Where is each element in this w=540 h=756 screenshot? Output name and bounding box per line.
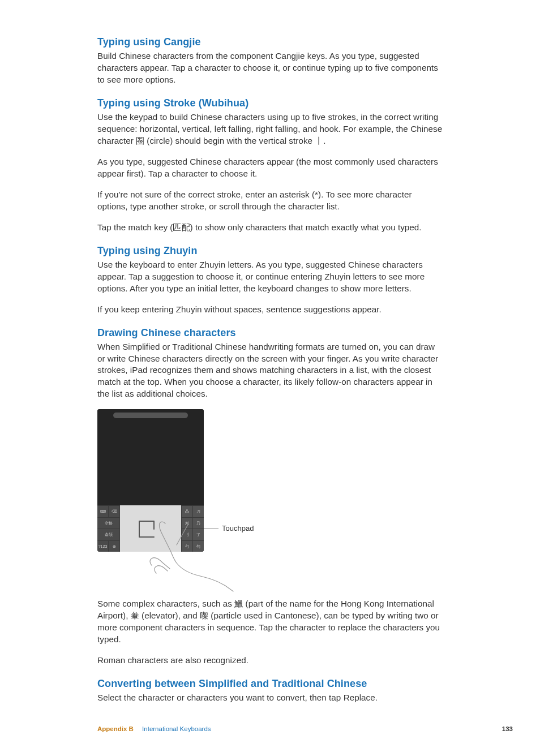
para-zhuyin-2: If you keep entering Zhuyin without spac… [97, 304, 443, 316]
key: 勺 [181, 541, 192, 552]
para-drawing-1: When Simplified or Traditional Chinese h… [97, 341, 443, 401]
key: ⌨ [97, 506, 109, 517]
para-stroke-1: Use the keypad to build Chinese characte… [97, 111, 443, 147]
para-stroke-4: Tap the match key (匹配) to show only char… [97, 222, 443, 234]
heading-zhuyin: Typing using Zhuyin [97, 245, 443, 257]
drawn-stroke-icon [136, 516, 161, 540]
key: 勾 [192, 541, 204, 552]
callout-touchpad-label: Touchpad [222, 524, 254, 532]
key: 凸 [181, 506, 192, 517]
key: ?123 [97, 541, 109, 552]
heading-cangjie: Typing using Cangjie [97, 36, 443, 48]
key: 刈 [181, 518, 192, 529]
key: 乃 [192, 518, 204, 529]
touchpad-area [120, 505, 181, 552]
para-drawing-3: Roman characters are also recognized. [97, 655, 443, 667]
key: 刀 [192, 506, 204, 517]
key: ⌫ [109, 506, 120, 517]
key: 倉頡 [97, 529, 120, 540]
para-stroke-3: If you're not sure of the correct stroke… [97, 189, 443, 213]
device-content-area [97, 409, 204, 505]
device-searchbar [113, 413, 188, 418]
page-footer: Appendix B International Keyboards 133 [97, 725, 513, 732]
footer-title: International Keyboards [142, 725, 211, 732]
heading-stroke: Typing using Stroke (Wubihua) [97, 97, 443, 109]
key: ⊕ [109, 541, 120, 552]
key: 了 [192, 529, 204, 540]
para-converting-1: Select the character or characters you w… [97, 692, 443, 704]
callout-line [204, 529, 218, 529]
device-screenshot: ⌨⌫ 空格 倉頡 ?123⊕ 凸刀 刈乃 刂了 勺勾 [97, 409, 204, 552]
keypad-left: ⌨⌫ 空格 倉頡 ?123⊕ [97, 505, 120, 552]
footer-appendix: Appendix B [97, 725, 134, 732]
device-keyboard: ⌨⌫ 空格 倉頡 ?123⊕ 凸刀 刈乃 刂了 勺勾 [97, 505, 204, 552]
key: 刂 [181, 529, 192, 540]
heading-converting: Converting between Simplified and Tradit… [97, 678, 443, 690]
heading-drawing: Drawing Chinese characters [97, 327, 443, 339]
key: 空格 [97, 518, 120, 529]
para-drawing-2: Some complex characters, such as 鱲 (part… [97, 598, 443, 646]
figure-handwriting: ⌨⌫ 空格 倉頡 ?123⊕ 凸刀 刈乃 刂了 勺勾 To [97, 409, 222, 585]
para-stroke-2: As you type, suggested Chinese character… [97, 156, 443, 180]
para-zhuyin-1: Use the keyboard to enter Zhuyin letters… [97, 259, 443, 295]
keypad-right: 凸刀 刈乃 刂了 勺勾 [181, 505, 204, 552]
para-cangjie-1: Build Chinese characters from the compon… [97, 50, 443, 86]
footer-page-number: 133 [502, 725, 513, 732]
